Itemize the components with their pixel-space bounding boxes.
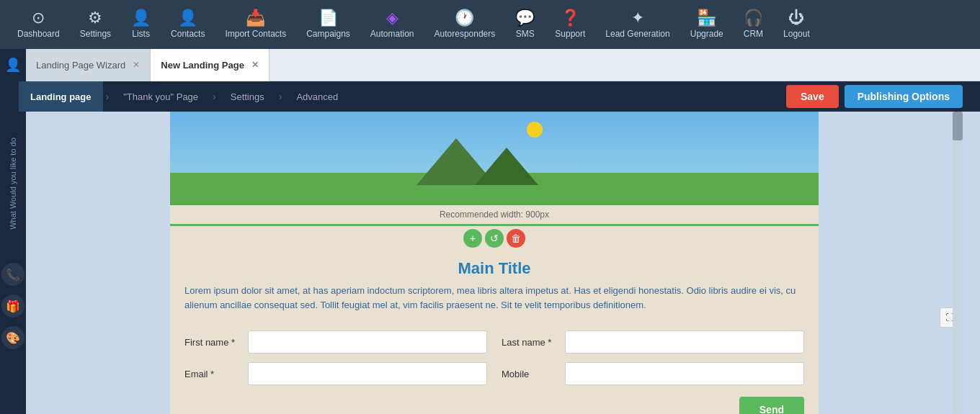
contacts-icon: 👤 — [178, 10, 197, 26]
nav-autoresponders-label: Autoresponders — [435, 29, 496, 39]
sidebar-rotated-label: What Would you like to do — [9, 138, 17, 230]
block-delete-button[interactable]: 🗑 — [507, 229, 525, 248]
last-name-input[interactable] — [565, 330, 804, 354]
delete-icon: 🗑 — [511, 233, 521, 244]
lists-icon: 👤 — [131, 10, 151, 26]
hero-sun — [527, 122, 543, 138]
tab-new-landing-page-label: New Landing Page — [161, 60, 244, 71]
mountain-right — [475, 148, 538, 185]
email-input[interactable] — [248, 362, 487, 385]
block-toolbar: + ↺ 🗑 — [170, 226, 819, 251]
nav-lead-generation[interactable]: ✦ Lead Generation — [595, 0, 680, 49]
nav-logout[interactable]: ⏻ Logout — [773, 0, 820, 49]
wizard-sep-1: › — [103, 91, 112, 102]
tab-landing-page-wizard-close[interactable]: ✕ — [133, 60, 140, 70]
email-label: Email * — [184, 369, 242, 379]
first-name-label: First name * — [184, 337, 242, 348]
dashboard-icon: ⊙ — [32, 10, 45, 26]
nav-settings[interactable]: ⚙ Settings — [70, 0, 121, 49]
form-group-mobile: Mobile — [502, 362, 804, 385]
lead-generation-icon: ✦ — [631, 10, 644, 26]
save-button[interactable]: Save — [786, 85, 839, 108]
nav-contacts[interactable]: 👤 Contacts — [161, 0, 215, 49]
wizard-step-landing-page[interactable]: Landing page — [19, 81, 103, 112]
last-name-label: Last name * — [502, 337, 559, 348]
campaigns-icon: 📄 — [318, 10, 338, 26]
refresh-icon: ↺ — [490, 233, 499, 244]
nav-crm-label: CRM — [744, 29, 763, 39]
wizard-header: Landing page › "Thank you" Page › Settin… — [0, 81, 980, 112]
nav-import-contacts[interactable]: 📥 Import Contacts — [215, 0, 296, 49]
nav-lead-generation-label: Lead Generation — [605, 29, 669, 39]
import-contacts-icon: 📥 — [246, 10, 265, 26]
first-name-input[interactable] — [248, 330, 487, 354]
sidebar-gift-icon[interactable]: 🎁 — [1, 294, 24, 318]
nav-support[interactable]: ❓ Support — [545, 0, 595, 49]
block-refresh-button[interactable]: ↺ — [485, 229, 504, 248]
nav-crm[interactable]: 🎧 CRM — [734, 0, 773, 49]
content-area: Recommended width: 900px + ↺ 🗑 — [26, 112, 980, 414]
sidebar-palette-icon[interactable]: 🎨 — [1, 326, 24, 349]
wizard-step-advanced[interactable]: Advanced — [285, 81, 349, 112]
wizard-actions: Save Publishing Options — [786, 85, 968, 108]
wizard-step-thank-you-label: "Thank you" Page — [123, 91, 198, 102]
nav-automation-label: Automation — [370, 29, 414, 39]
nav-automation[interactable]: ◈ Automation — [360, 0, 424, 49]
nav-support-label: Support — [555, 29, 585, 39]
nav-autoresponders[interactable]: 🕐 Autoresponders — [424, 0, 506, 49]
mobile-label: Mobile — [502, 369, 559, 379]
tab-bar: 👤 Landing Page Wizard ✕ New Landing Page… — [0, 49, 980, 81]
wizard-steps: Landing page › "Thank you" Page › Settin… — [12, 81, 778, 112]
nav-settings-label: Settings — [80, 29, 111, 39]
tab-new-landing-page[interactable]: New Landing Page ✕ — [151, 49, 270, 81]
add-icon: + — [470, 233, 476, 244]
publishing-options-button[interactable]: Publishing Options — [845, 85, 963, 108]
form-group-first-name: First name * — [184, 330, 487, 354]
top-navigation: ⊙ Dashboard ⚙ Settings 👤 Lists 👤 Contact… — [0, 0, 980, 49]
nav-contacts-label: Contacts — [171, 29, 205, 39]
form-section: First name * Last name * Email * — [170, 319, 819, 414]
nav-sms[interactable]: 💬 SMS — [505, 0, 545, 49]
scroll-indicator[interactable] — [953, 112, 963, 414]
nav-upgrade-label: Upgrade — [690, 29, 723, 39]
tab-new-landing-page-close[interactable]: ✕ — [251, 60, 259, 70]
sms-icon: 💬 — [515, 10, 535, 26]
form-row-2: Email * Mobile — [184, 362, 804, 385]
lorem-ipsum-text: Lorem ipsum dolor sit amet, at has aperi… — [184, 284, 804, 312]
mobile-input[interactable] — [565, 362, 804, 385]
wizard-sep-2: › — [210, 91, 219, 102]
main-layout: What Would you like to do 📞 🎁 🎨 — [0, 112, 980, 414]
nav-campaigns[interactable]: 📄 Campaigns — [296, 0, 360, 49]
autoresponders-icon: 🕐 — [455, 10, 474, 26]
nav-upgrade[interactable]: 🏪 Upgrade — [680, 0, 734, 49]
wizard-step-settings[interactable]: Settings — [219, 81, 276, 112]
nav-lists-label: Lists — [132, 29, 150, 39]
wizard-step-settings-label: Settings — [231, 91, 264, 102]
send-button[interactable]: Send — [739, 397, 804, 414]
scroll-thumb — [953, 112, 963, 140]
nav-dashboard-label: Dashboard — [17, 29, 60, 39]
wizard-step-thank-you-page[interactable]: "Thank you" Page — [112, 81, 210, 112]
tab-landing-page-wizard[interactable]: Landing Page Wizard ✕ — [26, 49, 151, 81]
nav-sms-label: SMS — [516, 29, 535, 39]
recommended-width-label: Recommended width: 900px — [170, 205, 819, 224]
logout-icon: ⏻ — [788, 10, 804, 26]
main-title: Main Title — [184, 259, 804, 278]
wizard-step-advanced-label: Advanced — [296, 91, 338, 102]
block-add-button[interactable]: + — [463, 229, 482, 248]
form-group-email: Email * — [184, 362, 487, 385]
wizard-step-landing-page-label: Landing page — [30, 91, 92, 102]
upgrade-icon: 🏪 — [697, 10, 716, 26]
support-icon: ❓ — [561, 10, 580, 26]
sidebar-phone-icon[interactable]: 📞 — [1, 263, 24, 286]
nav-dashboard[interactable]: ⊙ Dashboard — [7, 0, 70, 49]
user-avatar-icon: 👤 — [5, 57, 21, 73]
settings-icon: ⚙ — [88, 10, 102, 26]
main-title-section: Main Title Lorem ipsum dolor sit amet, a… — [170, 251, 819, 319]
nav-campaigns-label: Campaigns — [306, 29, 350, 39]
nav-lists[interactable]: 👤 Lists — [121, 0, 161, 49]
form-group-last-name: Last name * — [502, 330, 804, 354]
left-sidebar: What Would you like to do 📞 🎁 🎨 — [0, 112, 26, 414]
nav-logout-label: Logout — [783, 29, 810, 39]
automation-icon: ◈ — [386, 10, 398, 26]
